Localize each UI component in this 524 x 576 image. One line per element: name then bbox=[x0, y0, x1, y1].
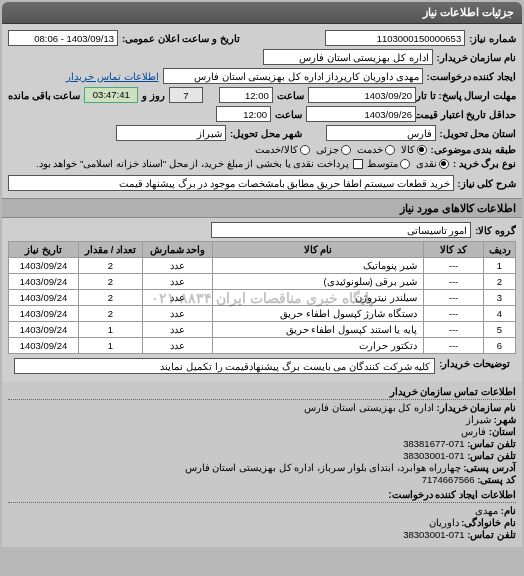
creator-family: داوریان bbox=[429, 517, 459, 528]
cell-unit: عدد bbox=[143, 274, 213, 290]
payment-note-checkbox[interactable] bbox=[353, 159, 363, 169]
cell-date: 1403/09/24 bbox=[9, 290, 79, 306]
org-phone-label: تلفن تماس: bbox=[467, 438, 516, 449]
province-label: استان محل تحویل: bbox=[440, 128, 516, 139]
radio-icon bbox=[417, 145, 427, 155]
creator-family-label: نام خانوادگی: bbox=[461, 517, 516, 528]
payment-opt-0[interactable]: نقدی bbox=[416, 158, 449, 169]
buyer-note-label: توضیحات خریدار: bbox=[439, 358, 510, 374]
time-label-1: ساعت bbox=[277, 90, 304, 101]
table-row: 2---شیر برقی (سلونوئیدی)عدد21403/09/24 bbox=[9, 274, 516, 290]
city-label: شهر محل تحویل: bbox=[230, 128, 301, 139]
col-code: کد کالا bbox=[424, 242, 484, 258]
creator-header: اطلاعات ایجاد کننده درخواست: bbox=[8, 489, 516, 503]
cell-name: پایه یا استند کپسول اطفاء حریق bbox=[213, 322, 424, 338]
org-addr-label: آدرس پستی: bbox=[463, 462, 516, 473]
org-zip: 7174667566 bbox=[422, 474, 475, 485]
deadline-label: مهلت ارسال پاسخ: تا تاریخ: bbox=[420, 90, 516, 101]
city-value: شیراز bbox=[116, 125, 226, 141]
payment-opt-1[interactable]: متوسط bbox=[367, 158, 410, 169]
cell-date: 1403/09/24 bbox=[9, 338, 79, 354]
table-row: 5---پایه یا استند کپسول اطفاء حریقعدد114… bbox=[9, 322, 516, 338]
cell-code: --- bbox=[424, 322, 484, 338]
validity-time: 12:00 bbox=[216, 106, 271, 122]
org-fax: 071-38303001 bbox=[403, 450, 464, 461]
org-zip-label: کد پستی: bbox=[477, 474, 516, 485]
cell-date: 1403/09/24 bbox=[9, 306, 79, 322]
cell-qty: 1 bbox=[79, 338, 143, 354]
budget-opt-0[interactable]: کالا bbox=[401, 144, 427, 155]
cell-unit: عدد bbox=[143, 338, 213, 354]
cell-idx: 3 bbox=[484, 290, 516, 306]
countdown-timer: 03:47:41 bbox=[84, 87, 138, 103]
org-name-label: نام سازمان خریدار: bbox=[437, 402, 516, 413]
cell-code: --- bbox=[424, 338, 484, 354]
desc-label: شرح کلی نیاز: bbox=[458, 178, 516, 189]
contact-block: اطلاعات تماس سازمان خریدار نام سازمان خر… bbox=[2, 382, 522, 547]
org-phone: 071-38381677 bbox=[403, 438, 464, 449]
radio-icon bbox=[300, 145, 310, 155]
cell-unit: عدد bbox=[143, 322, 213, 338]
buyer-label: نام سازمان خریدار: bbox=[437, 52, 516, 63]
cell-unit: عدد bbox=[143, 306, 213, 322]
group-label: گروه کالا: bbox=[475, 225, 516, 236]
payment-radio-group: نقدی متوسط bbox=[367, 158, 449, 169]
province-value: فارس bbox=[326, 125, 436, 141]
creator-name: مهدی bbox=[475, 505, 498, 516]
cell-idx: 6 bbox=[484, 338, 516, 354]
creator-phone: 071-38303001 bbox=[403, 529, 464, 540]
form-area: شماره نیاز: 1103000150000653 تاریخ و ساع… bbox=[2, 24, 522, 198]
requester-value: مهدی داوریان کارپرداز اداره کل بهزیستی ا… bbox=[163, 68, 423, 84]
buyer-contact-link[interactable]: اطلاعات تماس خریدار bbox=[66, 71, 159, 82]
budget-opt-1[interactable]: خدمت bbox=[357, 144, 395, 155]
budget-opt-3[interactable]: کالا/خدمت bbox=[255, 144, 310, 155]
org-city: شیراز bbox=[466, 414, 491, 425]
announce-label: تاریخ و ساعت اعلان عمومی: bbox=[122, 33, 240, 44]
col-date: تاریخ نیاز bbox=[9, 242, 79, 258]
org-city-label: شهر: bbox=[494, 414, 516, 425]
cell-unit: عدد bbox=[143, 258, 213, 274]
radio-icon bbox=[385, 145, 395, 155]
cell-code: --- bbox=[424, 258, 484, 274]
org-addr: چهارراه هوابرد، ابتدای بلوار سرباز، ادار… bbox=[185, 462, 461, 473]
announce-value: 1403/09/13 - 08:06 bbox=[8, 30, 118, 46]
buyer-note-value: کلیه شرکت کنندگان می بایست برگ پیشنهادقی… bbox=[14, 358, 435, 374]
panel-title: جزئیات اطلاعات نیاز bbox=[2, 2, 522, 24]
cell-name: دستگاه شارژ کپسول اطفاء حریق bbox=[213, 306, 424, 322]
time-label-2: ساعت bbox=[275, 109, 302, 120]
table-row: 3---سیلندر نیتروژنعدد21403/09/24 bbox=[9, 290, 516, 306]
goods-table: ردیف کد کالا نام کالا واحد شمارش تعداد /… bbox=[8, 241, 516, 354]
cell-name: دتکتور حرارت bbox=[213, 338, 424, 354]
org-fax-label: تلفن تماس: bbox=[467, 450, 516, 461]
cell-date: 1403/09/24 bbox=[9, 322, 79, 338]
goods-table-wrap: ردیف کد کالا نام کالا واحد شمارش تعداد /… bbox=[8, 241, 516, 354]
col-name: نام کالا bbox=[213, 242, 424, 258]
radio-icon bbox=[400, 159, 410, 169]
deadline-date: 1403/09/20 bbox=[308, 87, 416, 103]
cell-qty: 2 bbox=[79, 274, 143, 290]
budget-radio-group: کالا خدمت جزئی کالا/خدمت bbox=[255, 144, 427, 155]
table-row: 4---دستگاه شارژ کپسول اطفاء حریقعدد21403… bbox=[9, 306, 516, 322]
cell-idx: 2 bbox=[484, 274, 516, 290]
org-province-label: استان: bbox=[489, 426, 516, 437]
days-remaining: 7 bbox=[169, 87, 203, 103]
buyer-value: اداره کل بهزیستی استان فارس bbox=[263, 49, 433, 65]
cell-name: شیر پنوماتیک bbox=[213, 258, 424, 274]
cell-qty: 2 bbox=[79, 306, 143, 322]
validity-label: حداقل تاریخ اعتبار قیمت: تا تاریخ: bbox=[420, 109, 516, 120]
col-idx: ردیف bbox=[484, 242, 516, 258]
cell-qty: 2 bbox=[79, 258, 143, 274]
radio-icon bbox=[439, 159, 449, 169]
cell-idx: 4 bbox=[484, 306, 516, 322]
cell-code: --- bbox=[424, 290, 484, 306]
table-header-row: ردیف کد کالا نام کالا واحد شمارش تعداد /… bbox=[9, 242, 516, 258]
need-info-panel: جزئیات اطلاعات نیاز شماره نیاز: 11030001… bbox=[2, 2, 522, 547]
budget-opt-2[interactable]: جزئی bbox=[316, 144, 351, 155]
req-no-value: 1103000150000653 bbox=[325, 30, 465, 46]
creator-name-label: نام: bbox=[501, 505, 516, 516]
days-and-label: روز و bbox=[142, 90, 165, 101]
deadline-time: 12:00 bbox=[219, 87, 273, 103]
cell-name: سیلندر نیتروژن bbox=[213, 290, 424, 306]
cell-qty: 1 bbox=[79, 322, 143, 338]
payment-note: پرداخت نقدی یا بخشی از مبلغ خرید، از محل… bbox=[36, 158, 349, 169]
